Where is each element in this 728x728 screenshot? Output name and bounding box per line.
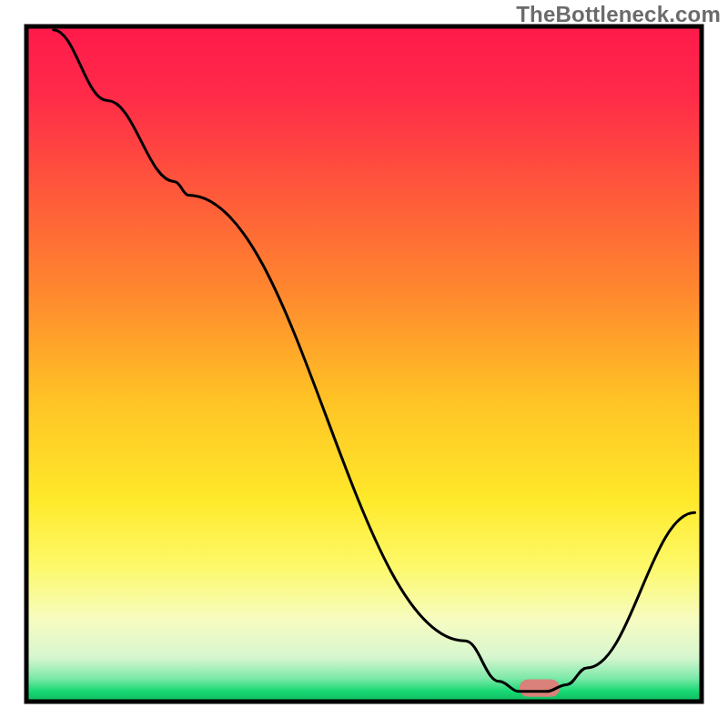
chart-canvas	[0, 0, 728, 728]
plot-background	[26, 26, 702, 702]
bottleneck-chart: TheBottleneck.com	[0, 0, 728, 728]
watermark-text: TheBottleneck.com	[516, 2, 721, 27]
